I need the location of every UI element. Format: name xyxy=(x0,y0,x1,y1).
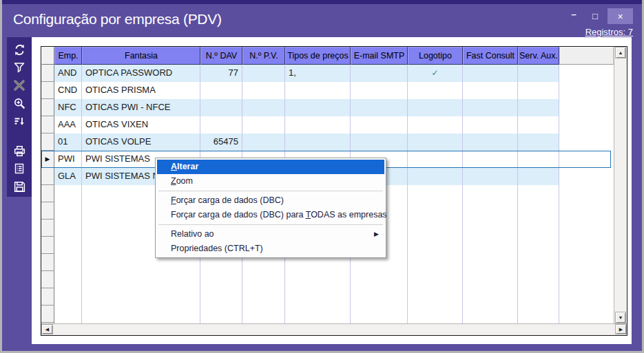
cell-fantasia: OTICAS VOLPE xyxy=(82,133,200,151)
filter-button[interactable] xyxy=(10,58,29,76)
row-indicator-cell xyxy=(41,65,54,82)
cell-logotipo xyxy=(408,116,463,133)
table-row[interactable]: 01OTICAS VOLPE65475 xyxy=(41,133,559,151)
print-button[interactable] xyxy=(10,142,29,160)
cell-fast-consult xyxy=(463,99,518,116)
cell-serv-aux xyxy=(518,151,559,168)
cell-emp: 01 xyxy=(54,133,82,151)
vertical-scrollbar[interactable]: ▲ ▼ xyxy=(614,47,627,323)
row-indicator-cell xyxy=(41,271,54,288)
cell-e-mail-smtp xyxy=(351,133,408,151)
cell-e-mail-smtp xyxy=(351,116,408,133)
maximize-button[interactable]: □ xyxy=(586,8,604,24)
menu-item-zoom[interactable]: Zoom xyxy=(157,174,384,189)
mnemonic-underline: F xyxy=(171,195,176,205)
zoom-button[interactable] xyxy=(10,94,29,112)
save-button[interactable] xyxy=(10,178,29,195)
column-header-tipos-de-pre-os[interactable]: Tipos de preços xyxy=(285,47,351,65)
cell-serv-aux xyxy=(518,168,559,185)
column-header-n-dav[interactable]: N.º DAV xyxy=(200,47,242,65)
table-row[interactable]: CNDOTICAS PRISMA xyxy=(41,82,559,99)
cell-serv-aux xyxy=(518,133,559,151)
registros-link[interactable]: Registros: 7 xyxy=(585,27,633,37)
cancel-icon xyxy=(13,79,25,92)
scroll-left-button[interactable]: ◀ xyxy=(41,324,53,334)
close-icon: × xyxy=(617,11,623,22)
minimize-button[interactable]: – xyxy=(565,8,583,24)
row-indicator-cell xyxy=(41,306,54,323)
cell-serv-aux xyxy=(518,116,559,133)
context-menu: AlterarZoomForçar carga de dados (DBC)Fo… xyxy=(155,158,386,258)
cell-n-p-v xyxy=(242,133,285,151)
table-row[interactable]: ANDOPTICA PASSWORD771,✓ xyxy=(41,65,559,82)
cell-tipos-de-pre-os xyxy=(285,99,351,116)
menu-item-for-ar-carga-de-dados-dbc[interactable]: Forçar carga de dados (DBC) xyxy=(157,193,384,208)
cell-e-mail-smtp xyxy=(351,99,408,116)
menu-item-label: Propriedades (CTRL+T) xyxy=(171,244,263,253)
menu-separator xyxy=(158,224,383,225)
cell-n-p-v xyxy=(242,65,285,82)
cell-fantasia: OTICAS PWI - NFCE xyxy=(82,99,200,116)
report-button[interactable] xyxy=(10,160,29,178)
print-icon xyxy=(13,145,26,158)
cell-serv-aux xyxy=(518,65,559,82)
scroll-right-button[interactable]: ▶ xyxy=(615,324,627,334)
cell-n-dav xyxy=(200,82,242,99)
cell-emp: CND xyxy=(54,82,82,99)
window-title: Configuração por empresa (PDV) xyxy=(13,11,222,28)
row-indicator-cell xyxy=(41,116,54,133)
column-header-fantasia[interactable]: Fantasia xyxy=(82,47,200,65)
row-indicator-cell xyxy=(41,202,54,220)
title-bar[interactable]: Configuração por empresa (PDV) –□× Regis… xyxy=(2,4,642,37)
table-row[interactable]: AAAOTICAS VIXEN xyxy=(41,116,559,133)
cell-n-dav xyxy=(200,99,242,116)
scroll-up-button[interactable]: ▲ xyxy=(615,47,626,58)
menu-item-propriedades-ctrl-t[interactable]: Propriedades (CTRL+T) xyxy=(157,242,384,256)
cell-fantasia: OPTICA PASSWORD xyxy=(82,65,200,82)
column-header-e-mail-smtp[interactable]: E-mail SMTP xyxy=(351,47,408,65)
column-header-n-p-v[interactable]: N.º P.V. xyxy=(242,47,285,65)
sort-button[interactable] xyxy=(10,112,29,130)
cell-emp: GLA xyxy=(54,168,82,185)
cell-logotipo: ✓ xyxy=(408,65,463,82)
refresh-button[interactable] xyxy=(10,41,29,58)
row-indicator-cell xyxy=(41,82,54,99)
scroll-down-button[interactable]: ▼ xyxy=(615,312,626,323)
row-indicator-cell xyxy=(41,220,54,237)
horizontal-scrollbar[interactable]: ◀ ▶ xyxy=(41,323,627,335)
zoom-icon xyxy=(13,97,26,110)
menu-item-for-ar-carga-de-dados-dbc-para-todas-as-empresas[interactable]: Forçar carga de dados (DBC) para TODAS a… xyxy=(157,208,384,222)
cell-emp: PWI xyxy=(54,151,82,168)
menu-item-alterar[interactable]: Alterar xyxy=(157,160,384,174)
submenu-arrow-icon: ▶ xyxy=(374,227,379,242)
menu-item-label: Relativo ao xyxy=(171,229,214,239)
cell-serv-aux xyxy=(518,82,559,99)
menu-item-label: Alterar xyxy=(171,162,198,171)
column-header-emp[interactable]: Emp. xyxy=(54,47,82,65)
grid-header-row: Emp.FantasiaN.º DAVN.º P.V.Tipos de preç… xyxy=(41,47,614,65)
save-icon xyxy=(13,180,26,193)
maximize-icon: □ xyxy=(592,11,598,21)
cell-fast-consult xyxy=(463,151,518,168)
desktop-background: { "window": { "title": "Configuração por… xyxy=(0,0,644,353)
row-indicator-cell xyxy=(41,185,54,202)
close-button[interactable]: × xyxy=(607,8,633,24)
toolbar-sidebar xyxy=(7,37,32,197)
cell-fast-consult xyxy=(463,116,518,133)
cancel-button[interactable] xyxy=(10,76,29,94)
mnemonic-underline: T xyxy=(306,210,311,220)
column-header-fast-consult[interactable]: Fast Consult xyxy=(463,47,518,65)
cell-n-p-v xyxy=(242,116,285,133)
column-header-logotipo[interactable]: Logotipo xyxy=(408,47,463,65)
cell-emp: AND xyxy=(54,65,82,82)
menu-item-relativo-ao[interactable]: Relativo ao▶ xyxy=(157,227,384,242)
sort-down-icon xyxy=(13,115,25,127)
window-controls: –□× xyxy=(565,8,633,24)
menu-item-label: Forçar carga de dados (DBC) para TODAS a… xyxy=(171,210,387,220)
column-header-serv-aux[interactable]: Serv. Aux. xyxy=(518,47,559,65)
row-indicator-cell xyxy=(41,254,54,271)
row-indicator-cell xyxy=(41,237,54,254)
table-row[interactable]: NFCOTICAS PWI - NFCE xyxy=(41,99,559,116)
cell-fast-consult xyxy=(463,168,518,185)
cell-logotipo xyxy=(408,99,463,116)
